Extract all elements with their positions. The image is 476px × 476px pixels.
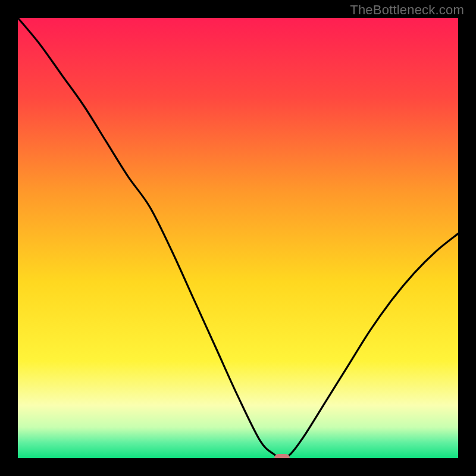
bottleneck-curve — [18, 18, 458, 458]
plot-area — [18, 18, 458, 458]
curve-path — [18, 18, 458, 458]
optimal-marker — [274, 454, 290, 458]
watermark-text: TheBottleneck.com — [350, 2, 464, 18]
chart-frame: TheBottleneck.com — [0, 0, 476, 476]
